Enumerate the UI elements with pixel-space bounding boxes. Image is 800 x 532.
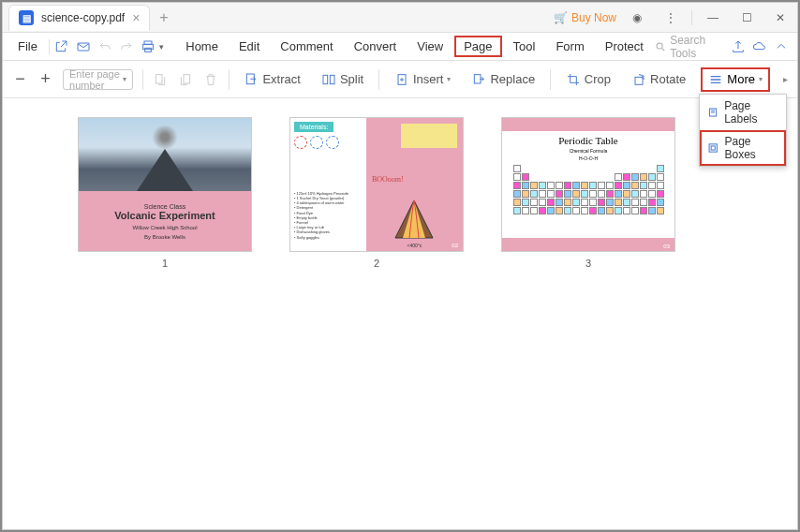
page-thumb-3[interactable]: Periodic Table Chemical Formula H-O-O-H … xyxy=(501,117,675,269)
page-number: 2 xyxy=(374,258,379,269)
kebab-icon[interactable]: ⋮ xyxy=(658,5,684,31)
menu-home[interactable]: Home xyxy=(176,36,228,57)
svg-rect-12 xyxy=(635,77,643,84)
svg-point-4 xyxy=(657,42,662,48)
close-tab-icon[interactable]: × xyxy=(132,10,140,25)
document-tab[interactable]: ▤ science-copy.pdf × xyxy=(8,5,150,31)
svg-rect-0 xyxy=(78,43,89,51)
menu-form[interactable]: Form xyxy=(546,36,593,57)
insert-button[interactable]: Insert ▾ xyxy=(389,69,457,90)
minimize-button[interactable]: — xyxy=(700,5,726,31)
search-tools[interactable]: Search Tools xyxy=(655,34,727,60)
scroll-right-icon[interactable]: ▸ xyxy=(783,74,788,84)
menu-page[interactable]: Page xyxy=(454,36,501,57)
menu-edit[interactable]: Edit xyxy=(230,36,269,57)
titlebar: ▤ science-copy.pdf × + 🛒 Buy Now ◉ ⋮ — ☐… xyxy=(3,3,797,33)
collapse-icon[interactable] xyxy=(772,36,792,58)
page-toolbar: − + Enter page number ▾ Extract Split In… xyxy=(3,61,797,98)
share-icon[interactable] xyxy=(52,36,71,58)
svg-rect-5 xyxy=(156,74,163,82)
menu-protect[interactable]: Protect xyxy=(596,36,653,57)
file-menu[interactable]: File xyxy=(8,36,47,57)
svg-rect-11 xyxy=(475,74,481,82)
svg-rect-15 xyxy=(711,146,715,150)
chevron-down-icon: ▾ xyxy=(123,75,126,83)
rotate-button[interactable]: Rotate xyxy=(626,69,691,90)
page-boxes-item[interactable]: Page Boxes xyxy=(700,130,786,166)
page-thumb-2[interactable]: Materials: BOOoom! • 125ml 10% Hydrogen … xyxy=(289,117,464,269)
close-window-button[interactable]: ✕ xyxy=(767,5,793,31)
thumbnail-grid: Science Class Volcanic Experiment Willow… xyxy=(3,98,797,529)
undo-icon[interactable] xyxy=(95,36,114,58)
tab-title: science-copy.pdf xyxy=(41,11,125,24)
svg-rect-9 xyxy=(330,75,334,83)
page-thumb-1[interactable]: Science Class Volcanic Experiment Willow… xyxy=(78,117,252,269)
page-number-input[interactable]: Enter page number ▾ xyxy=(63,69,133,90)
split-button[interactable]: Split xyxy=(316,69,369,90)
print-icon[interactable] xyxy=(138,36,157,58)
trash-icon[interactable] xyxy=(203,68,219,91)
new-tab-button[interactable]: + xyxy=(159,9,168,26)
menubar: File ▾ Home Edit Comment Convert View Pa… xyxy=(3,33,797,61)
more-dropdown: Page Labels Page Boxes xyxy=(699,94,787,167)
print-dropdown-icon[interactable]: ▾ xyxy=(159,42,164,52)
redo-icon[interactable] xyxy=(116,36,136,58)
extract-button[interactable]: Extract xyxy=(238,69,305,90)
menu-tool[interactable]: Tool xyxy=(504,36,545,57)
page-number: 3 xyxy=(585,258,591,269)
svg-rect-6 xyxy=(184,74,190,82)
chevron-down-icon: ▾ xyxy=(447,75,451,83)
menu-comment[interactable]: Comment xyxy=(271,36,342,57)
svg-rect-1 xyxy=(144,41,152,44)
zoom-out-button[interactable]: − xyxy=(12,68,28,91)
pdf-icon: ▤ xyxy=(19,10,34,25)
cart-icon: 🛒 xyxy=(554,11,568,24)
svg-rect-3 xyxy=(145,48,152,52)
page-number: 1 xyxy=(162,258,168,269)
page-labels-item[interactable]: Page Labels xyxy=(700,95,786,130)
buy-now-link[interactable]: 🛒 Buy Now xyxy=(554,11,616,24)
zoom-in-button[interactable]: + xyxy=(37,68,53,91)
dup-right-icon[interactable] xyxy=(178,68,194,91)
more-button[interactable]: More ▾ xyxy=(701,67,770,92)
maximize-button[interactable]: ☐ xyxy=(733,5,760,31)
svg-rect-14 xyxy=(709,144,717,152)
mail-icon[interactable] xyxy=(73,36,93,58)
replace-button[interactable]: Replace xyxy=(466,69,541,90)
chevron-down-icon: ▾ xyxy=(759,75,763,83)
cloud-icon[interactable] xyxy=(750,36,770,58)
svg-rect-8 xyxy=(323,75,328,83)
menu-view[interactable]: View xyxy=(407,36,452,57)
menu-convert[interactable]: Convert xyxy=(345,36,407,57)
crop-button[interactable]: Crop xyxy=(560,69,616,90)
upload-icon[interactable] xyxy=(729,36,748,58)
dup-left-icon[interactable] xyxy=(153,68,169,91)
avatar-icon[interactable]: ◉ xyxy=(624,5,650,31)
